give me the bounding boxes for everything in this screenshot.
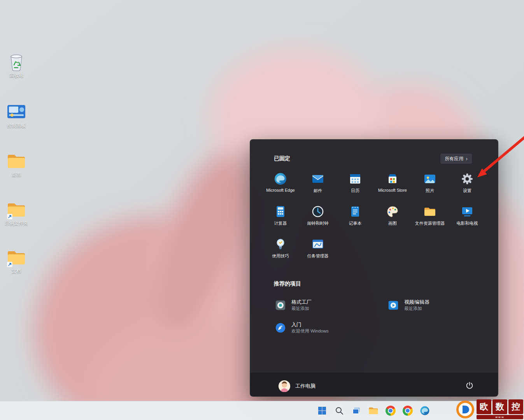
settings-gear-icon xyxy=(461,172,474,186)
power-button[interactable] xyxy=(463,380,476,391)
pinned-app-paint[interactable]: 画图 xyxy=(374,202,411,234)
start-button[interactable] xyxy=(314,403,330,418)
clock-icon xyxy=(311,205,324,218)
pinned-app-edge[interactable]: Microsoft Edge xyxy=(262,169,299,201)
pinned-app-task-manager[interactable]: 任务管理器 xyxy=(299,234,336,266)
pinned-app-label: 使用技巧 xyxy=(272,253,289,259)
watermark-logo-icon xyxy=(456,400,475,419)
pinned-app-movies-tv[interactable]: 电影和电视 xyxy=(449,202,486,234)
pinned-app-mail[interactable]: 邮件 xyxy=(299,169,336,201)
pinned-app-label: 闹钟和时钟 xyxy=(307,220,329,226)
watermark-text: 欧 数 控 www xyxy=(477,399,523,419)
pinned-app-photos[interactable]: 照片 xyxy=(411,169,449,201)
file-explorer-icon xyxy=(423,205,436,218)
control-panel-icon xyxy=(6,102,26,122)
pinned-app-alarms-clock[interactable]: 闹钟和时钟 xyxy=(299,202,336,234)
calendar-icon xyxy=(349,172,362,186)
pinned-app-label: 文件资源管理器 xyxy=(415,220,445,226)
movies-tv-icon xyxy=(461,205,474,218)
edge-button[interactable] xyxy=(417,403,433,418)
desktop-icon-label: 控制面板 xyxy=(7,123,26,129)
desktop-icon-label: 桌面 xyxy=(12,172,21,178)
file-explorer-icon xyxy=(368,405,379,416)
microsoft-store-icon xyxy=(386,172,399,186)
chrome-2-icon xyxy=(403,406,413,416)
pinned-app-file-explorer[interactable]: 文件资源管理器 xyxy=(411,202,449,234)
watermark-url: www xyxy=(477,415,523,419)
notepad-icon xyxy=(349,205,362,218)
pinned-app-label: 照片 xyxy=(426,188,434,194)
start-menu: 已固定 所有应用 › Microsoft Edge xyxy=(250,139,498,397)
recycle-bin-icon xyxy=(6,52,26,72)
search-icon xyxy=(335,406,344,415)
mail-icon xyxy=(311,172,324,186)
task-view-icon xyxy=(352,406,361,415)
search-button[interactable] xyxy=(331,403,347,418)
pinned-app-label: 电影和电视 xyxy=(457,220,478,226)
desktop-icon-label: 文档 xyxy=(12,269,21,274)
watermark-char: 数 xyxy=(492,399,507,414)
pinned-app-label: 邮件 xyxy=(314,188,322,194)
pinned-app-label: 设置 xyxy=(463,188,471,194)
desktop-icon-folder-desktop[interactable]: 桌面 xyxy=(0,151,33,178)
pinned-app-notepad[interactable]: 记事本 xyxy=(336,202,374,234)
pinned-app-settings[interactable]: 设置 xyxy=(449,169,486,201)
desktop-icon-recycle-bin[interactable]: 回收站 xyxy=(0,52,33,79)
pinned-app-label: 日历 xyxy=(351,188,359,194)
user-account-button[interactable]: 工作电脑 xyxy=(275,378,319,394)
task-view-button[interactable] xyxy=(349,403,364,418)
calculator-icon xyxy=(274,205,287,218)
pinned-app-calendar[interactable]: 日历 xyxy=(336,169,374,201)
all-apps-button[interactable]: 所有应用 › xyxy=(440,154,472,164)
folder-shortcut-icon xyxy=(6,200,26,220)
recommended-subtitle: 最近添加 xyxy=(404,306,429,312)
chrome-button[interactable] xyxy=(383,403,398,418)
windows-logo-icon xyxy=(317,406,327,415)
paint-palette-icon xyxy=(386,205,399,218)
photos-icon xyxy=(423,172,436,186)
watermark-char: 欧 xyxy=(477,399,491,414)
edge-icon xyxy=(420,406,430,416)
desktop-icon-folder-sample[interactable]: 示例文件夹 xyxy=(0,200,33,226)
get-started-icon xyxy=(274,322,287,334)
recommended-title: 格式工厂 xyxy=(291,299,312,306)
all-apps-label: 所有应用 xyxy=(445,156,463,162)
watermark-char: 控 xyxy=(508,399,523,414)
desktop-icon-control-panel[interactable]: 控制面板 xyxy=(0,102,33,129)
pinned-header: 已固定 xyxy=(274,155,290,162)
chrome-icon xyxy=(386,406,396,416)
format-factory-icon xyxy=(274,299,287,312)
folder-icon xyxy=(6,151,26,171)
desktop: 回收站 控制面板 桌面 xyxy=(0,0,524,420)
taskbar xyxy=(0,401,524,420)
pinned-app-label: 计算器 xyxy=(274,220,287,226)
pinned-app-label: 记事本 xyxy=(349,220,362,226)
chrome-2-button[interactable] xyxy=(400,403,415,418)
edge-icon xyxy=(274,172,287,186)
recommended-subtitle: 欢迎使用 Windows xyxy=(291,328,329,334)
recommended-title: 入门 xyxy=(291,322,329,328)
watermark: 欧 数 控 www xyxy=(456,399,523,419)
user-name: 工作电脑 xyxy=(295,383,315,390)
power-icon xyxy=(465,381,474,390)
pinned-app-label: 画图 xyxy=(388,220,397,226)
video-editor-icon xyxy=(387,299,400,312)
recommended-item-video-editor[interactable]: 视频编辑器 最近添加 xyxy=(386,296,495,315)
start-menu-footer: 工作电脑 xyxy=(250,372,498,397)
recommended-item-format-factory[interactable]: 格式工厂 最近添加 xyxy=(273,296,382,315)
recommended-title: 视频编辑器 xyxy=(404,299,429,306)
pinned-app-store[interactable]: Microsoft Store xyxy=(374,169,411,201)
pinned-app-label: 任务管理器 xyxy=(307,253,329,259)
desktop-icon-folder-documents[interactable]: 文档 xyxy=(0,247,33,274)
chevron-right-icon: › xyxy=(466,156,468,161)
desktop-icon-label: 示例文件夹 xyxy=(5,221,28,226)
recommended-subtitle: 最近添加 xyxy=(291,306,312,312)
pinned-app-label: Microsoft Store xyxy=(378,188,407,192)
folder-shortcut-icon xyxy=(6,247,26,268)
pinned-app-tips[interactable]: 使用技巧 xyxy=(262,234,299,266)
desktop-icon-label: 回收站 xyxy=(9,73,23,79)
pinned-app-calculator[interactable]: 计算器 xyxy=(262,202,299,234)
recommended-item-get-started[interactable]: 入门 欢迎使用 Windows xyxy=(273,318,382,337)
pinned-app-label: Microsoft Edge xyxy=(266,188,294,192)
file-explorer-button[interactable] xyxy=(366,403,381,418)
